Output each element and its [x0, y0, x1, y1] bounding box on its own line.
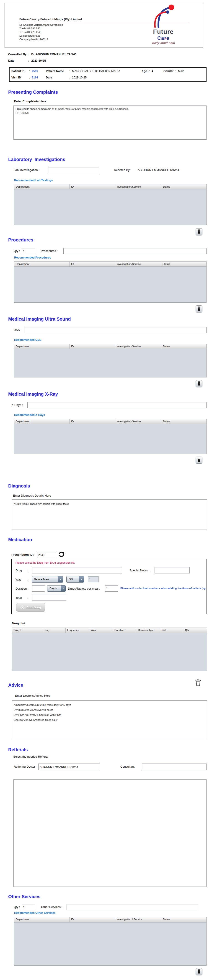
company-name-by: by: [37, 18, 40, 21]
column-header-status: Status: [161, 419, 206, 424]
company-name-part2: Future Holdings (Pty) Limited: [40, 18, 82, 21]
lab-results-table: Department ID Investigation/Service Stat…: [14, 184, 207, 225]
prescription-id-input[interactable]: [37, 552, 56, 558]
delete-lab-item-button[interactable]: [196, 228, 202, 235]
frequency-select[interactable]: OD ▼: [66, 576, 84, 582]
advice-label: Enter Doctor's Advice Here: [15, 694, 51, 697]
consulted-by-value: Dr. ABIODUN EMMANUEL TAIWO: [31, 53, 76, 56]
xray-title: Medical Imaging X-Ray: [8, 391, 58, 397]
add-drug-label: Add Drug: [26, 606, 41, 609]
column-header-duration: Duration: [113, 628, 137, 633]
other-services-table: Department ID Investigation / Service St…: [14, 917, 207, 966]
gender-value: Male: [178, 70, 184, 73]
delete-xray-button[interactable]: [196, 457, 202, 464]
colon: :: [29, 70, 30, 73]
company-address: Le Chainter,Victoria,Mahe,Seychelles: [19, 24, 63, 26]
delete-procedure-button[interactable]: [196, 305, 202, 312]
advice-title: Advice: [8, 682, 23, 688]
visit-id-label: Visit ID: [11, 76, 21, 79]
recommended-lab-testings-link[interactable]: Recommended Lab Testings: [14, 179, 53, 182]
colon: :: [27, 596, 28, 599]
colon: :: [27, 578, 28, 581]
column-header-note: Note: [160, 628, 183, 633]
procedures-table: Department ID Investigation/Service Stat…: [14, 261, 207, 303]
recommended-uss-link[interactable]: Recommended USS: [14, 338, 41, 342]
total-input[interactable]: [32, 594, 66, 601]
column-header-id: ID: [69, 917, 115, 922]
duration-input[interactable]: [32, 585, 45, 592]
way-select[interactable]: Before Meal ▼: [32, 576, 63, 582]
duration-unit-select[interactable]: Day/s ▼: [47, 585, 66, 592]
delete-uss-button[interactable]: [196, 380, 202, 387]
consultant-input[interactable]: [142, 764, 207, 770]
way-label: Way: [16, 578, 21, 581]
patient-name-value: MARCOS ALBERTO DALTON MARIA: [72, 70, 120, 73]
diagnosis-label: Enter Diagnosis Details Here: [13, 494, 51, 497]
column-header-qty: Qty: [183, 628, 207, 633]
drug-list-label: Drug List: [12, 622, 25, 625]
logo-word-care: Care ♥: [139, 35, 188, 41]
referring-doctor-label: Reffering Doctor: [14, 765, 35, 768]
future-care-logo: Future Care ♥ Body Mind Soul: [139, 4, 188, 48]
colon: :: [27, 59, 29, 62]
column-header-investigation: Investigation/Service: [115, 185, 161, 189]
other-services-input[interactable]: [67, 904, 198, 910]
lab-investigation-input[interactable]: [48, 167, 99, 173]
uss-label: USS :: [14, 328, 21, 331]
other-services-qty-input[interactable]: [22, 904, 35, 910]
gender-label: Gender: [164, 70, 173, 73]
add-drug-button[interactable]: + Add Drug: [16, 603, 45, 612]
special-notes-label: Special Notes: [130, 569, 148, 572]
refresh-prescription-button[interactable]: [58, 551, 65, 558]
procedures-qty-input[interactable]: [22, 248, 35, 254]
drug-input[interactable]: [32, 567, 122, 573]
consulted-by-row: Consulted By : Dr. ABIODUN EMMANUEL TAIW…: [8, 53, 76, 56]
drug-suggestion-warning: Please select the Drug from Drug suggess…: [16, 561, 74, 564]
trash-icon: [195, 684, 201, 687]
logo-tagline: Body Mind Soul: [139, 41, 188, 45]
colon: :: [69, 76, 70, 79]
special-notes-input[interactable]: [154, 567, 190, 573]
trash-icon: [197, 229, 201, 234]
recommended-procedures-link[interactable]: Recommended Procedures: [14, 256, 51, 259]
consultation-date-value: 2023-10-25: [31, 59, 46, 62]
column-header-drug-id: Drug ID: [12, 628, 42, 633]
patient-name-label: Patient Name: [46, 70, 64, 73]
uss-input[interactable]: [24, 327, 207, 333]
plus-icon: +: [21, 606, 24, 609]
column-header-duration-type: Duration Type: [137, 628, 160, 633]
procedures-input[interactable]: [63, 248, 207, 254]
heart-icon: ♥: [165, 37, 167, 40]
patient-id-label: Patient ID: [11, 70, 25, 73]
patient-id-value: 2581: [32, 70, 38, 73]
colon: :: [149, 70, 150, 73]
procedures-table-header: Department ID Investigation/Service Stat…: [14, 262, 206, 267]
trash-icon: [197, 458, 201, 463]
drug-list-table: Drug ID Drug Fequency Way Duration Durat…: [11, 628, 207, 671]
column-header-department: Department: [14, 917, 69, 922]
recommended-xrays-link[interactable]: Recommended X-Rays: [14, 414, 45, 417]
diagnosis-textarea[interactable]: ACute febrile illness KIV sepsis with ch…: [11, 500, 207, 530]
referring-doctor-input[interactable]: [38, 764, 100, 770]
referred-by-label: Reffered By :: [114, 168, 131, 172]
company-header: Future Care by Future Holdings (Pty) Lim…: [5, 3, 203, 48]
delete-other-service-button[interactable]: [196, 968, 202, 975]
column-header-frequency: Fequency: [66, 628, 89, 633]
total-label: Total: [16, 596, 22, 599]
visit-date-value: 2023-10-25: [72, 76, 87, 79]
colon: :: [175, 70, 176, 73]
other-services-input-label: Other Services :: [41, 905, 62, 908]
per-meal-input[interactable]: [105, 585, 118, 592]
xray-input[interactable]: [27, 402, 207, 408]
complaints-textarea[interactable]: FBC results shoes hemoglobin of 11.6g/dl…: [13, 105, 207, 140]
company-name: Future Care by Future Holdings (Pty) Lim…: [19, 18, 82, 21]
chevron-down-icon: ▼: [58, 576, 63, 582]
drug-label: Drug: [16, 569, 22, 572]
column-header-id: ID: [69, 262, 115, 266]
advice-textarea[interactable]: Amoxiclav 362amox(9.2 ml) twice daily fo…: [11, 700, 207, 739]
delete-drug-button[interactable]: [195, 679, 201, 687]
consultation-date-row: Date : 2023-10-25: [8, 59, 46, 62]
column-header-id: ID: [69, 419, 115, 424]
referral-list-box[interactable]: [13, 780, 207, 887]
recommended-other-services-link[interactable]: Recommended Other Services: [14, 912, 55, 915]
